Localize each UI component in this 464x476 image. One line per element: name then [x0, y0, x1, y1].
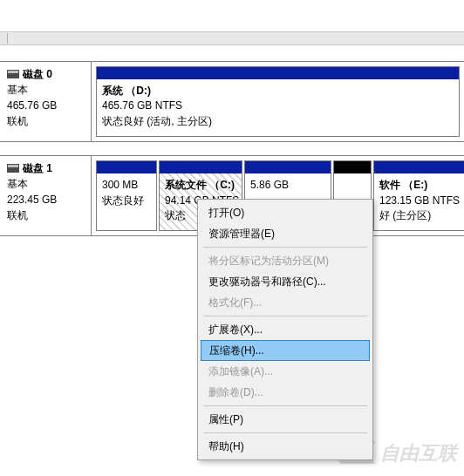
menu-help[interactable]: 帮助(H) [200, 436, 371, 457]
volume-recovery-300mb[interactable]: 300 MB 状态良好 [96, 160, 157, 231]
menu-format: 格式化(F)... [200, 292, 371, 313]
disk-size: 223.45 GB [7, 192, 85, 207]
volume-size-fs: 465.76 GB NTFS [102, 99, 454, 113]
volume-banner-unallocated [334, 161, 371, 173]
volume-size-fs: 123.15 GB NTFS [379, 194, 460, 208]
disk-type: 基本 [7, 176, 85, 192]
volume-size-fs: 5.86 GB [250, 178, 325, 193]
volume-status: 好 (主分区) [379, 208, 460, 223]
menu-explorer[interactable]: 资源管理器(E) [200, 223, 371, 244]
volume-banner [374, 161, 464, 173]
hard-disk-icon [7, 70, 19, 78]
volume-banner [245, 161, 331, 173]
menu-separator [203, 405, 367, 406]
disk-row: 磁盘 0 基本 465.76 GB 联机 系统 （D:) 465.76 GB N… [0, 61, 464, 142]
volume-title: 系统 （D:) [102, 84, 454, 99]
disk-info-panel[interactable]: 磁盘 0 基本 465.76 GB 联机 [0, 62, 92, 141]
volume-title: 系统文件 （C:) [165, 178, 236, 193]
disk-size: 465.76 GB [7, 98, 85, 113]
volume-banner [160, 161, 242, 173]
volume-size-fs: 300 MB [102, 178, 151, 193]
menu-properties[interactable]: 属性(P) [200, 409, 371, 430]
menu-separator [203, 247, 367, 248]
menu-separator [203, 316, 367, 316]
menu-open[interactable]: 打开(O) [200, 202, 371, 223]
disk-status: 联机 [7, 113, 85, 129]
menu-mark-active: 将分区标记为活动分区(M) [200, 250, 371, 271]
disk-name: 磁盘 1 [23, 160, 52, 176]
volume-banner [97, 67, 459, 79]
top-toolbar-area [0, 0, 464, 45]
disk-type: 基本 [7, 82, 85, 98]
watermark-text: 自由互联 [380, 440, 457, 466]
disk-info-panel[interactable]: 磁盘 1 基本 223.45 GB 联机 [0, 156, 92, 235]
toolbar-strip [0, 31, 464, 45]
volume-status: 状态良好 [102, 194, 151, 208]
volume-title: 软件 （E:) [379, 178, 460, 193]
hard-disk-icon [7, 164, 19, 173]
menu-change-drive-letter[interactable]: 更改驱动器号和路径(C)... [200, 271, 371, 292]
menu-shrink-volume[interactable]: 压缩卷(H)... [201, 340, 370, 361]
disk-status: 联机 [7, 207, 85, 223]
volume-banner [97, 161, 156, 173]
volume-context-menu: 打开(O) 资源管理器(E) 将分区标记为活动分区(M) 更改驱动器号和路径(C… [197, 199, 373, 460]
menu-extend-volume[interactable]: 扩展卷(X)... [200, 319, 371, 340]
menu-delete-volume: 删除卷(D)... [200, 382, 371, 403]
volume-status: 状态良好 (活动, 主分区) [102, 114, 454, 129]
volume-container: 系统 （D:) 465.76 GB NTFS 状态良好 (活动, 主分区) [92, 62, 464, 141]
menu-separator [203, 432, 367, 433]
volume-e-software[interactable]: 软件 （E:) 123.15 GB NTFS 好 (主分区) [373, 160, 464, 231]
disk-name: 磁盘 0 [23, 66, 52, 82]
volume-d-system[interactable]: 系统 （D:) 465.76 GB NTFS 状态良好 (活动, 主分区) [96, 66, 460, 137]
menu-add-mirror: 添加镜像(A)... [200, 361, 371, 382]
